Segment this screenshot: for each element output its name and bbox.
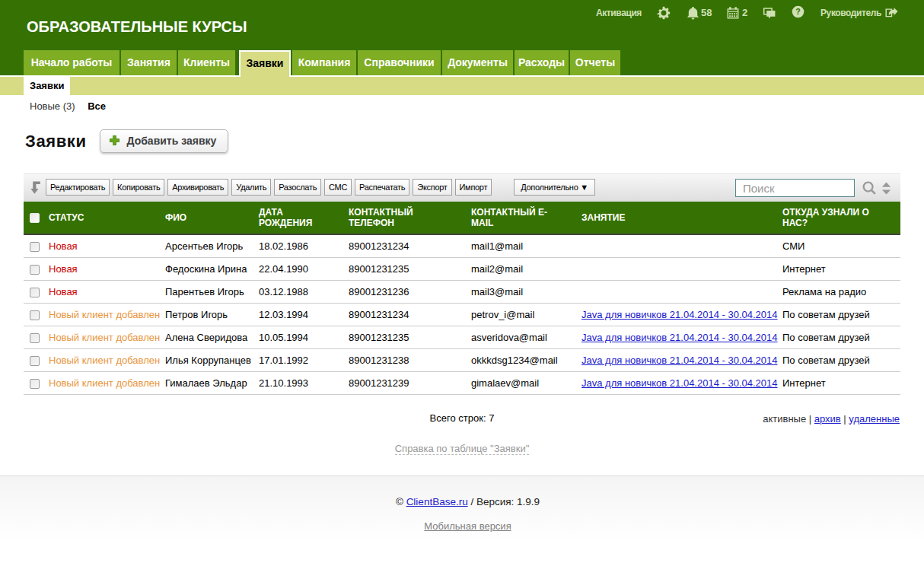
svg-text:?: ?: [795, 7, 800, 16]
